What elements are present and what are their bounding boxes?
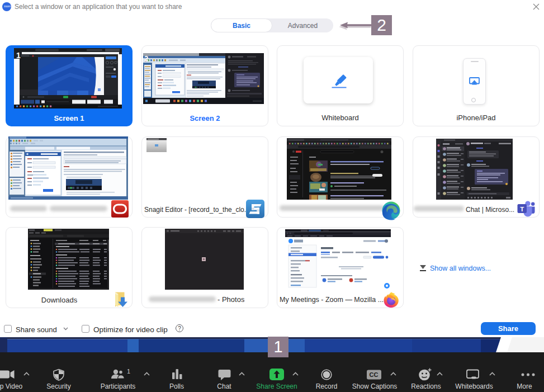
svg-text:Participants: Participants bbox=[101, 382, 136, 390]
svg-text:Share Screen: Share Screen bbox=[256, 382, 297, 390]
svg-text:1: 1 bbox=[16, 51, 21, 60]
svg-text:Show Captions: Show Captions bbox=[352, 382, 398, 390]
svg-text:T: T bbox=[520, 206, 524, 212]
svg-text:Polls: Polls bbox=[169, 382, 184, 390]
svg-text:CC: CC bbox=[370, 371, 379, 378]
svg-text:Reactions: Reactions bbox=[411, 382, 441, 390]
svg-text:1: 1 bbox=[127, 368, 130, 375]
svg-text:2: 2 bbox=[144, 54, 148, 63]
svg-text:More: More bbox=[517, 382, 532, 390]
svg-text:Whiteboards: Whiteboards bbox=[455, 382, 493, 390]
svg-text:p Video: p Video bbox=[0, 382, 23, 390]
svg-text:Security: Security bbox=[46, 382, 70, 390]
svg-text:Record: Record bbox=[316, 382, 338, 390]
svg-text:Chat: Chat bbox=[217, 382, 231, 390]
